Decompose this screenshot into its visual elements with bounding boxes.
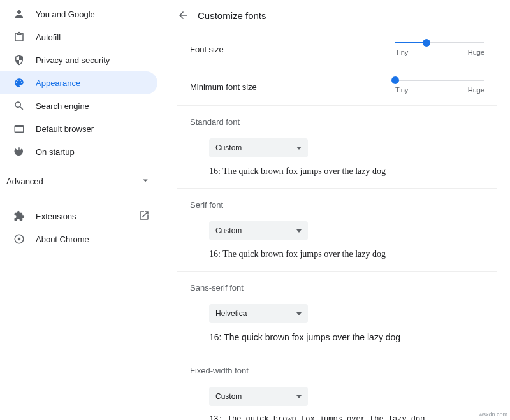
sidebar-divider xyxy=(0,199,164,199)
sidebar-item-label: Extensions xyxy=(36,212,128,221)
page-title: Customize fonts xyxy=(198,10,266,21)
min-font-size-row: Minimum font size TinyHuge xyxy=(177,68,497,106)
sidebar: You and Google Autofill Privacy and secu… xyxy=(0,0,164,420)
standard-font-dropdown[interactable]: Custom xyxy=(209,138,308,157)
sidebar-item-label: Appearance xyxy=(36,78,150,88)
sidebar-item-you-and-google[interactable]: You and Google xyxy=(0,3,157,25)
dropdown-arrow-icon xyxy=(296,229,302,233)
sidebar-item-label: Privacy and security xyxy=(36,55,150,65)
back-button[interactable] xyxy=(177,10,189,21)
section-title: Standard font xyxy=(190,117,484,127)
sidebar-item-label: About Chrome xyxy=(36,235,150,244)
sidebar-item-default-browser[interactable]: Default browser xyxy=(0,117,157,140)
section-title: Fixed-width font xyxy=(190,366,484,375)
dropdown-arrow-icon xyxy=(296,395,302,398)
min-font-size-label: Minimum font size xyxy=(190,82,395,92)
main-content: Customize fonts Font size TinyHuge Minim… xyxy=(164,0,510,420)
palette-icon xyxy=(13,76,26,89)
sidebar-item-label: On startup xyxy=(36,147,150,157)
fixed-width-font-dropdown[interactable]: Custom xyxy=(209,387,308,406)
sans-serif-font-preview: 16: The quick brown fox jumps over the l… xyxy=(209,332,484,342)
dropdown-arrow-icon xyxy=(296,147,302,150)
serif-font-preview: 16: The quick brown fox jumps over the l… xyxy=(209,249,484,259)
external-link-icon xyxy=(138,210,150,223)
serif-font-section: Serif font Custom 16: The quick brown fo… xyxy=(177,189,497,272)
font-size-label: Font size xyxy=(190,45,395,54)
dropdown-arrow-icon xyxy=(296,312,302,315)
sans-serif-font-section: Sans-serif font Helvetica 16: The quick … xyxy=(177,272,497,354)
fixed-width-font-section: Fixed-width font Custom 13: The quick br… xyxy=(177,354,497,420)
standard-font-preview: 16: The quick brown fox jumps over the l… xyxy=(209,166,484,177)
serif-font-dropdown[interactable]: Custom xyxy=(209,221,308,240)
sidebar-item-about-chrome[interactable]: About Chrome xyxy=(0,228,157,250)
search-icon xyxy=(13,99,26,112)
min-font-size-slider[interactable]: TinyHuge xyxy=(395,80,484,94)
dropdown-value: Custom xyxy=(215,226,242,235)
chevron-down-icon xyxy=(140,175,151,188)
sidebar-item-privacy[interactable]: Privacy and security xyxy=(0,48,157,71)
sidebar-item-autofill[interactable]: Autofill xyxy=(0,25,157,48)
section-title: Serif font xyxy=(190,200,484,210)
sidebar-item-search-engine[interactable]: Search engine xyxy=(0,94,157,117)
person-icon xyxy=(13,8,26,20)
chrome-icon xyxy=(13,233,26,245)
sidebar-advanced-label: Advanced xyxy=(6,177,43,186)
sidebar-item-extensions[interactable]: Extensions xyxy=(0,205,157,228)
slider-max-label: Huge xyxy=(468,86,484,94)
extension-icon xyxy=(13,210,26,222)
font-size-row: Font size TinyHuge xyxy=(177,31,497,68)
svg-point-1 xyxy=(18,238,21,241)
fixed-width-font-preview: 13: The quick brown fox jumps over the l… xyxy=(209,415,484,420)
font-size-slider[interactable]: TinyHuge xyxy=(395,42,484,56)
sidebar-item-on-startup[interactable]: On startup xyxy=(0,140,157,163)
sidebar-item-label: Default browser xyxy=(36,124,150,134)
sidebar-advanced-toggle[interactable]: Advanced xyxy=(0,168,164,194)
browser-icon xyxy=(13,122,26,135)
dropdown-value: Custom xyxy=(215,143,242,152)
sidebar-item-label: Autofill xyxy=(36,33,150,42)
standard-font-section: Standard font Custom 16: The quick brown… xyxy=(177,106,497,189)
sidebar-item-label: Search engine xyxy=(36,101,150,111)
slider-min-label: Tiny xyxy=(395,86,408,94)
slider-max-label: Huge xyxy=(468,48,484,56)
page-header: Customize fonts xyxy=(177,0,497,31)
sans-serif-font-dropdown[interactable]: Helvetica xyxy=(209,304,308,323)
slider-min-label: Tiny xyxy=(395,48,408,56)
dropdown-value: Helvetica xyxy=(215,309,247,318)
sidebar-item-label: You and Google xyxy=(36,10,150,19)
shield-icon xyxy=(13,54,26,66)
section-title: Sans-serif font xyxy=(190,283,484,293)
clipboard-icon xyxy=(13,31,26,43)
power-icon xyxy=(13,145,26,158)
dropdown-value: Custom xyxy=(215,392,242,401)
sidebar-item-appearance[interactable]: Appearance xyxy=(0,71,157,94)
watermark: wsxdn.com xyxy=(479,411,507,417)
